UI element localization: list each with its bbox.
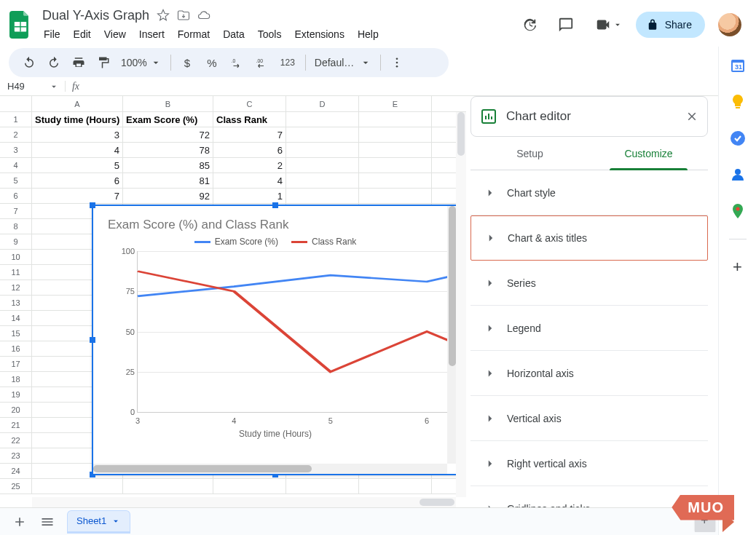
menu-data[interactable]: Data xyxy=(217,25,251,43)
menu-extensions[interactable]: Extensions xyxy=(288,25,350,43)
row-header[interactable]: 24 xyxy=(0,464,32,479)
all-sheets-button[interactable] xyxy=(35,511,60,533)
column-header[interactable]: E xyxy=(359,96,432,111)
cell[interactable]: Class Rank xyxy=(213,112,286,127)
section-chart-axis-titles[interactable]: Chart & axis titles xyxy=(470,215,708,261)
contacts-icon[interactable] xyxy=(729,166,747,183)
zoom-select[interactable]: 100% xyxy=(117,57,166,68)
doc-title[interactable]: Dual Y-Axis Graph xyxy=(38,8,149,23)
maps-icon[interactable] xyxy=(729,202,747,220)
move-icon[interactable] xyxy=(177,9,190,22)
cell[interactable] xyxy=(286,479,359,494)
menu-view[interactable]: View xyxy=(98,25,132,43)
calendar-icon[interactable]: 31 xyxy=(729,57,747,74)
cell[interactable]: 4 xyxy=(32,143,123,158)
decrease-decimal-button[interactable]: .0 xyxy=(225,51,248,74)
section-legend[interactable]: Legend xyxy=(470,306,708,351)
menu-help[interactable]: Help xyxy=(352,25,385,43)
format-123-button[interactable]: 123 xyxy=(275,51,301,74)
row-header[interactable]: 5 xyxy=(0,173,32,189)
row-header[interactable]: 12 xyxy=(0,280,32,296)
print-button[interactable] xyxy=(67,51,90,74)
row-header[interactable]: 7 xyxy=(0,204,32,219)
column-header[interactable]: C xyxy=(213,96,286,111)
cell[interactable]: Study time (Hours) xyxy=(32,112,123,127)
cell[interactable] xyxy=(286,112,359,127)
row-header[interactable]: 10 xyxy=(0,250,32,265)
row-header[interactable]: 15 xyxy=(0,326,32,341)
row-header[interactable]: 6 xyxy=(0,189,32,204)
tab-customize[interactable]: Customize xyxy=(589,137,708,170)
menu-tools[interactable]: Tools xyxy=(252,25,288,43)
cell[interactable] xyxy=(359,479,432,494)
add-sheet-button[interactable] xyxy=(7,511,32,533)
meet-button[interactable] xyxy=(588,12,629,37)
cell[interactable]: 6 xyxy=(213,143,286,158)
star-icon[interactable] xyxy=(157,9,170,22)
cell[interactable]: 4 xyxy=(213,173,286,189)
menu-format[interactable]: Format xyxy=(172,25,216,43)
cell[interactable]: 6 xyxy=(32,173,123,189)
sheet-tab[interactable]: Sheet1 xyxy=(67,510,130,534)
cell[interactable]: 7 xyxy=(213,127,286,143)
cell[interactable]: 85 xyxy=(123,158,213,173)
column-header[interactable]: D xyxy=(286,96,359,111)
sheet-horizontal-scrollbar[interactable] xyxy=(32,497,456,507)
menu-insert[interactable]: Insert xyxy=(133,25,170,43)
cell[interactable]: 78 xyxy=(123,143,213,158)
embedded-chart[interactable]: Exam Score (%) and Class Rank Exam Score… xyxy=(92,205,459,475)
row-header[interactable]: 17 xyxy=(0,357,32,372)
cell[interactable]: 7 xyxy=(32,189,123,204)
section-vertical-axis[interactable]: Vertical axis xyxy=(470,396,708,441)
cloud-status-icon[interactable] xyxy=(197,9,210,22)
sheets-logo[interactable] xyxy=(6,10,35,39)
menu-file[interactable]: File xyxy=(38,25,66,43)
column-header[interactable]: A xyxy=(32,96,123,111)
cell[interactable] xyxy=(359,112,432,127)
row-header[interactable]: 25 xyxy=(0,479,32,494)
tab-setup[interactable]: Setup xyxy=(470,137,589,170)
select-all-corner[interactable] xyxy=(0,96,32,111)
row-header[interactable]: 9 xyxy=(0,234,32,250)
name-box[interactable]: H49 xyxy=(0,81,66,92)
row-header[interactable]: 4 xyxy=(0,158,32,173)
tasks-icon[interactable] xyxy=(729,130,747,147)
cell[interactable] xyxy=(123,479,213,494)
add-on-plus-button[interactable]: + xyxy=(729,258,747,276)
paint-format-button[interactable] xyxy=(92,51,115,74)
cell[interactable]: Exam Score (%) xyxy=(123,112,213,127)
cell[interactable] xyxy=(32,479,123,494)
row-header[interactable]: 18 xyxy=(0,372,32,387)
cell[interactable] xyxy=(213,479,286,494)
row-header[interactable]: 22 xyxy=(0,433,32,448)
keep-icon[interactable] xyxy=(729,93,747,111)
cell[interactable]: 72 xyxy=(123,127,213,143)
row-header[interactable]: 3 xyxy=(0,143,32,158)
share-button[interactable]: Share xyxy=(636,12,705,38)
cell[interactable]: 5 xyxy=(32,158,123,173)
row-header[interactable]: 11 xyxy=(0,265,32,280)
more-button[interactable] xyxy=(385,51,409,74)
row-header[interactable]: 16 xyxy=(0,341,32,357)
chart-horizontal-scrollbar[interactable] xyxy=(93,464,447,474)
cell[interactable]: 1 xyxy=(213,189,286,204)
row-header[interactable]: 13 xyxy=(0,296,32,311)
cell[interactable]: 2 xyxy=(213,158,286,173)
section-right-vertical-axis[interactable]: Right vertical axis xyxy=(470,441,708,486)
row-header[interactable]: 14 xyxy=(0,311,32,326)
increase-decimal-button[interactable]: .00 xyxy=(250,51,273,74)
sheet-vertical-scrollbar[interactable] xyxy=(456,112,466,497)
undo-button[interactable] xyxy=(17,51,41,74)
column-header[interactable]: B xyxy=(123,96,213,111)
spreadsheet-grid[interactable]: A B C D E 123456789101112131415161718192… xyxy=(0,96,466,507)
menu-edit[interactable]: Edit xyxy=(68,25,97,43)
cell[interactable]: 3 xyxy=(32,127,123,143)
percent-button[interactable]: % xyxy=(200,51,224,74)
row-header[interactable]: 21 xyxy=(0,418,32,433)
cell[interactable]: 81 xyxy=(123,173,213,189)
row-header[interactable]: 2 xyxy=(0,127,32,143)
section-horizontal-axis[interactable]: Horizontal axis xyxy=(470,351,708,396)
row-header[interactable]: 20 xyxy=(0,403,32,418)
row-header[interactable]: 23 xyxy=(0,448,32,464)
redo-button[interactable] xyxy=(42,51,66,74)
